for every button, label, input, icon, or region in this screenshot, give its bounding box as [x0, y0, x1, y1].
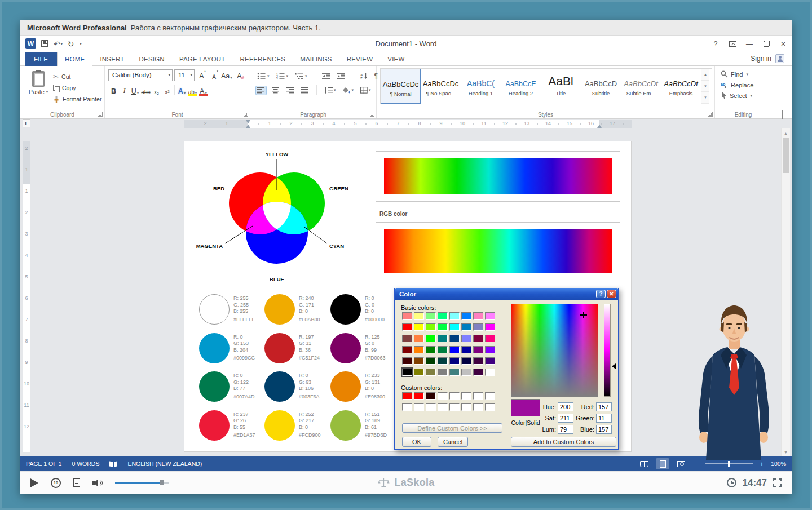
basic-color-cell[interactable]	[426, 335, 436, 342]
collapse-ribbon-button[interactable]	[782, 111, 787, 116]
bullets-button[interactable]: ▾	[256, 72, 271, 81]
replace-button[interactable]: ab Replace	[718, 79, 769, 90]
ok-button[interactable]: OK	[402, 437, 431, 447]
basic-color-cell[interactable]	[402, 369, 412, 376]
color-crosshair-icon[interactable]	[580, 312, 587, 318]
basic-color-cell[interactable]	[438, 323, 448, 331]
basic-color-cell[interactable]	[438, 346, 448, 353]
change-case-dropdown-icon[interactable]: ▾	[230, 76, 232, 80]
gallery-scroll-down-icon[interactable]: ▼	[701, 81, 709, 92]
first-line-indent-marker[interactable]	[246, 120, 250, 123]
horizontal-ruler[interactable]: L 211234567891011121314151617	[20, 119, 792, 128]
replay-10-button[interactable]: 10	[51, 478, 61, 488]
ribbon-tab-insert[interactable]: INSERT	[92, 52, 131, 66]
gallery-scroll-up-icon[interactable]: ▲	[701, 69, 709, 81]
volume-slider-handle[interactable]	[160, 480, 164, 485]
borders-dropdown-icon[interactable]: ▾	[369, 88, 371, 92]
custom-color-cell[interactable]	[402, 392, 412, 400]
find-dropdown-icon[interactable]: ▾	[746, 72, 748, 77]
zoom-level[interactable]: 100%	[771, 460, 786, 467]
right-indent-marker[interactable]	[597, 125, 602, 128]
style-item[interactable]: AaBlTitle	[541, 69, 581, 104]
style-item[interactable]: AaBbC(Heading 1	[461, 69, 501, 104]
italic-button[interactable]: I	[119, 84, 130, 96]
justify-button[interactable]	[300, 86, 310, 95]
web-layout-button[interactable]	[675, 458, 687, 469]
define-custom-colors-button[interactable]: Define Custom Colors >>	[402, 423, 502, 433]
add-to-custom-colors-button[interactable]: Add to Custom Colors	[511, 437, 616, 447]
blue-input[interactable]	[596, 425, 612, 434]
restore-button[interactable]	[758, 37, 775, 51]
select-dropdown-icon[interactable]: ▾	[751, 94, 753, 98]
basic-color-cell[interactable]	[461, 323, 471, 331]
red-input[interactable]	[596, 402, 612, 411]
style-item[interactable]: AaBbCcDc¶ Normal	[381, 69, 421, 104]
custom-color-cell[interactable]	[473, 403, 483, 411]
proofing-button[interactable]	[109, 461, 117, 467]
custom-color-cell[interactable]	[461, 392, 471, 400]
luminance-arrow-icon[interactable]	[612, 363, 616, 369]
hanging-indent-marker[interactable]	[246, 125, 250, 128]
font-family-select[interactable]: Calibri (Body) ▾	[108, 69, 173, 81]
luminance-bar[interactable]	[604, 304, 611, 397]
style-item[interactable]: AaBbCcDtSubtle Em...	[621, 69, 661, 104]
basic-color-cell[interactable]	[414, 346, 424, 353]
minimize-button[interactable]: —	[741, 37, 758, 51]
basic-color-cell[interactable]	[414, 323, 424, 331]
basic-color-cell[interactable]	[461, 357, 471, 365]
bullets-dropdown-icon[interactable]: ▾	[267, 74, 270, 78]
font-size-select[interactable]: 11 ▾	[174, 69, 195, 81]
page-count[interactable]: PAGE 1 OF 1	[26, 460, 61, 467]
basic-color-cell[interactable]	[485, 312, 495, 320]
basic-color-cell[interactable]	[426, 369, 436, 376]
gallery-more-icon[interactable]: ▼	[701, 92, 709, 104]
basic-color-cell[interactable]	[473, 335, 483, 342]
basic-color-cell[interactable]	[449, 346, 460, 353]
basic-color-cell[interactable]	[461, 335, 471, 342]
basic-color-cell[interactable]	[473, 346, 483, 353]
paste-button[interactable]: Paste▾	[24, 68, 53, 109]
basic-color-cell[interactable]	[485, 323, 495, 331]
lum-input[interactable]	[558, 425, 573, 434]
basic-color-cell[interactable]	[414, 335, 424, 342]
language-indicator[interactable]: ENGLISH (NEW ZEALAND)	[127, 460, 202, 467]
redo-button[interactable]: ↻	[68, 40, 74, 48]
basic-color-cell[interactable]	[402, 312, 412, 320]
multilevel-list-button[interactable]: ▾	[294, 72, 308, 81]
underline-button[interactable]: U▾	[130, 84, 140, 96]
style-item[interactable]: AaBbCcEHeading 2	[501, 69, 541, 104]
basic-color-cell[interactable]	[473, 357, 483, 365]
read-mode-button[interactable]	[638, 458, 650, 469]
basic-color-cell[interactable]	[485, 357, 495, 365]
tab-selector[interactable]: L	[23, 119, 30, 127]
ribbon-tab-view[interactable]: VIEW	[380, 52, 412, 66]
basic-color-cell[interactable]	[438, 369, 448, 376]
superscript-button[interactable]: x²	[162, 84, 173, 96]
style-item[interactable]: AaBbCcDSubtitle	[581, 69, 621, 104]
sign-in-button[interactable]: Sign in	[751, 52, 792, 65]
green-input[interactable]	[596, 414, 612, 423]
help-button[interactable]: ?	[707, 37, 724, 51]
copy-button[interactable]: Copy	[53, 83, 102, 92]
style-item[interactable]: AaBbCcDtEmphasis	[661, 69, 701, 104]
color-dialog-titlebar[interactable]: Color ? ✕	[395, 288, 618, 300]
ribbon-tab-file[interactable]: FILE	[25, 52, 57, 66]
line-spacing-button[interactable]: ▾	[323, 86, 337, 95]
text-effects-button[interactable]: A▾	[176, 84, 187, 96]
select-button[interactable]: Select ▾	[718, 90, 769, 101]
custom-color-cell[interactable]	[485, 403, 495, 411]
increase-indent-button[interactable]	[336, 72, 347, 81]
zoom-out-button[interactable]: −	[694, 460, 699, 468]
ribbon-tab-review[interactable]: REVIEW	[339, 52, 381, 66]
decrease-indent-button[interactable]	[321, 72, 332, 81]
underline-dropdown-icon[interactable]: ▾	[137, 91, 139, 95]
basic-color-cell[interactable]	[449, 323, 460, 331]
font-color-button[interactable]: A▾	[198, 84, 209, 96]
basic-color-cell[interactable]	[461, 346, 471, 353]
color-dialog[interactable]: Color ? ✕ Basic colors: Custom colors: D…	[394, 288, 619, 450]
vertical-ruler[interactable]: 21123456789101112	[23, 128, 30, 456]
font-family-dropdown-icon[interactable]: ▾	[166, 70, 172, 81]
basic-color-cell[interactable]	[426, 357, 436, 365]
numbering-dropdown-icon[interactable]: ▾	[286, 74, 289, 78]
basic-color-cell[interactable]	[449, 312, 460, 320]
